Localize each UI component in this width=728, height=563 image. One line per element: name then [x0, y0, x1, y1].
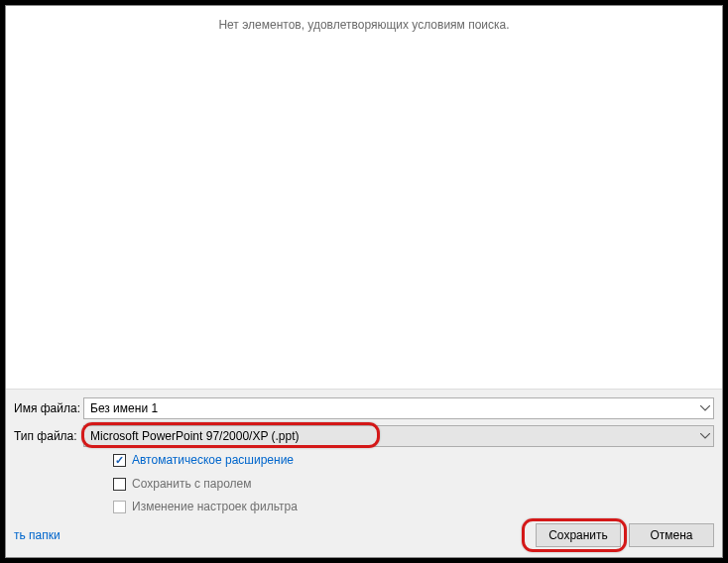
save-password-label: Сохранить с паролем: [132, 477, 251, 493]
cancel-button[interactable]: Отмена: [629, 523, 714, 547]
filetype-row: Тип файла: Microsoft PowerPoint 97/2000/…: [14, 425, 714, 447]
dialog-bottom-panel: Имя файла: Тип файла: Microsoft PowerPoi…: [6, 390, 722, 557]
filetype-combo[interactable]: Microsoft PowerPoint 97/2000/XP (.ppt): [83, 425, 714, 447]
options-group: Автоматическое расширение Сохранить с па…: [113, 453, 714, 515]
file-list-area: Нет элементов, удовлетворяющих условиям …: [6, 6, 722, 390]
checkbox-icon: [113, 478, 126, 491]
save-password-checkbox[interactable]: Сохранить с паролем: [113, 477, 714, 493]
hide-folders-link[interactable]: ть папки: [14, 528, 61, 542]
filename-combo[interactable]: [83, 397, 714, 419]
filetype-select: Microsoft PowerPoint 97/2000/XP (.ppt): [83, 425, 714, 447]
filename-input[interactable]: [83, 397, 714, 419]
save-button[interactable]: Сохранить: [536, 523, 621, 547]
filename-row: Имя файла:: [14, 397, 714, 419]
save-dialog: Нет элементов, удовлетворяющих условиям …: [5, 5, 723, 558]
filetype-label: Тип файла:: [14, 429, 83, 443]
auto-extension-label: Автоматическое расширение: [132, 453, 294, 469]
filter-settings-label: Изменение настроек фильтра: [132, 500, 298, 515]
empty-list-message: Нет элементов, удовлетворяющих условиям …: [218, 18, 509, 32]
filter-settings-checkbox: Изменение настроек фильтра: [113, 500, 714, 515]
checkbox-icon: [113, 454, 126, 467]
button-row: ть папки Сохранить Отмена: [14, 523, 714, 547]
filename-label: Имя файла:: [14, 401, 83, 415]
auto-extension-checkbox[interactable]: Автоматическое расширение: [113, 453, 714, 469]
checkbox-icon: [113, 501, 126, 513]
filetype-value: Microsoft PowerPoint 97/2000/XP (.ppt): [90, 429, 300, 443]
